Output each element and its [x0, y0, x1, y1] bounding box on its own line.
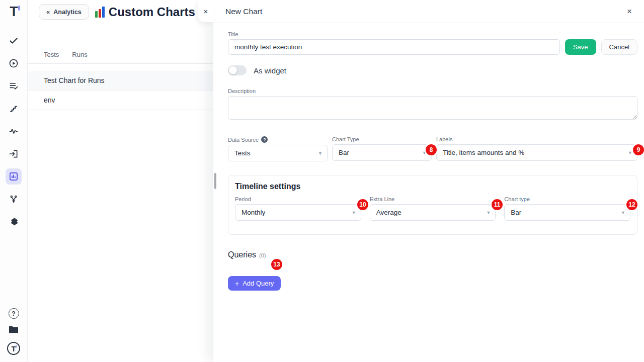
edge-close-icon: ×: [204, 7, 208, 16]
charts-tabs: Tests Runs: [28, 51, 213, 63]
chevron-down-icon: ▼: [318, 151, 323, 156]
chart-type-value: Bar: [339, 149, 349, 156]
pulse-activity-icon[interactable]: [6, 123, 22, 139]
tabs-divider: [28, 63, 213, 64]
new-chart-panel: × New Chart × Title Save Cancel As widge…: [213, 0, 644, 362]
tour-badge-9: 9: [633, 144, 644, 155]
charts-list: Test Chart for Runs env: [28, 71, 213, 110]
tour-badge-11: 11: [492, 199, 503, 210]
custom-charts-panel: « Analytics Custom Charts Tests Runs Tes…: [28, 0, 213, 362]
settings-gear-icon[interactable]: [6, 214, 22, 230]
scrollbar-thumb[interactable]: [214, 173, 216, 189]
timeline-chart-type-field: Chart type Bar ▼: [504, 196, 630, 221]
queries-count: (0): [259, 252, 266, 258]
rail-bottom: ? T: [7, 308, 20, 355]
app-logo[interactable]: T: [10, 5, 18, 19]
timeline-chart-type-value: Bar: [511, 209, 521, 216]
test-plans-icon[interactable]: [6, 78, 22, 94]
period-field: Period Monthly ▼: [235, 196, 361, 221]
labels-select[interactable]: Title, items amounts and % ▼: [436, 144, 637, 161]
icon-rail: T: [0, 0, 28, 362]
description-textarea[interactable]: [228, 96, 637, 120]
title-input[interactable]: [228, 39, 560, 55]
toggle-knob: [229, 66, 237, 74]
as-widget-toggle[interactable]: [228, 65, 247, 75]
save-button[interactable]: Save: [565, 39, 596, 55]
list-item-test-chart-for-runs[interactable]: Test Chart for Runs: [28, 71, 213, 90]
new-chart-title: New Chart: [225, 7, 262, 16]
cancel-button[interactable]: Cancel: [601, 39, 637, 55]
new-chart-body: Title Save Cancel As widget Description …: [213, 23, 644, 291]
chevron-down-icon: ▼: [621, 210, 625, 215]
page-title-text: Custom Charts: [109, 5, 195, 19]
queries-heading-row: Queries (0): [228, 250, 637, 259]
chevron-down-icon: ▼: [486, 210, 491, 215]
chart-type-select[interactable]: Bar ▼: [332, 144, 432, 161]
add-query-label: Add Query: [243, 280, 274, 287]
back-button-label: Analytics: [53, 9, 82, 16]
milestones-steps-icon[interactable]: [6, 101, 22, 117]
analytics-back-button[interactable]: « Analytics: [39, 4, 89, 20]
app-logo-letter: T: [10, 4, 18, 19]
chevron-down-icon: ▼: [352, 210, 356, 215]
tab-tests[interactable]: Tests: [44, 51, 59, 63]
branches-git-icon[interactable]: [6, 191, 22, 207]
add-query-button[interactable]: + Add Query: [228, 276, 281, 291]
extra-line-select[interactable]: Average ▼: [370, 204, 496, 221]
description-label: Description: [228, 88, 637, 94]
runs-play-icon[interactable]: [6, 55, 22, 71]
as-widget-label: As widget: [254, 66, 286, 75]
tour-badge-13: 13: [271, 259, 282, 270]
chart-type-field: Chart Type Bar ▼: [332, 136, 432, 161]
labels-label: Labels: [436, 136, 637, 142]
timeline-chart-type-select[interactable]: Bar ▼: [504, 204, 630, 221]
data-source-label-row: Data Source ?: [228, 136, 328, 143]
back-chevron-icon: «: [46, 8, 50, 16]
period-select[interactable]: Monthly ▼: [235, 204, 361, 221]
help-icon[interactable]: ?: [9, 308, 19, 319]
page-title: Custom Charts: [95, 5, 195, 19]
tests-check-icon[interactable]: [6, 33, 22, 49]
data-source-value: Tests: [234, 149, 251, 157]
list-item-env[interactable]: env: [28, 90, 213, 110]
account-logo-icon[interactable]: T: [7, 342, 20, 355]
custom-charts-header: « Analytics Custom Charts: [28, 0, 213, 20]
title-label: Title: [228, 31, 637, 37]
app-logo-tick: [18, 6, 20, 11]
panel-edge-close-button[interactable]: ×: [198, 0, 213, 22]
tour-badge-12: 12: [626, 199, 637, 210]
period-label: Period: [235, 196, 361, 202]
close-icon[interactable]: ×: [627, 7, 632, 16]
data-source-label: Data Source: [228, 137, 259, 143]
extra-line-field: Extra Line Average ▼: [370, 196, 496, 221]
app-root: T: [0, 0, 644, 362]
tab-runs[interactable]: Runs: [72, 51, 87, 63]
data-source-help-icon[interactable]: ?: [261, 136, 268, 143]
labels-field: Labels Title, items amounts and % ▼: [436, 136, 637, 161]
timeline-settings-row: Period Monthly ▼ Extra Line Average ▼: [235, 196, 630, 221]
timeline-settings-card: Timeline settings Period Monthly ▼ Extra…: [228, 175, 637, 235]
import-sign-in-icon[interactable]: [6, 146, 22, 162]
chart-type-label: Chart Type: [332, 136, 432, 142]
data-source-select[interactable]: Tests ▼: [228, 145, 328, 161]
analytics-bar-chart-icon[interactable]: [6, 168, 22, 185]
tour-badge-10: 10: [357, 199, 368, 210]
chevron-down-icon: ▼: [628, 150, 632, 155]
title-row: Save Cancel: [228, 39, 637, 55]
period-value: Monthly: [242, 209, 265, 216]
new-chart-header: New Chart ×: [213, 0, 644, 23]
tour-badge-8: 8: [426, 144, 437, 155]
description-block: Description: [228, 88, 637, 122]
timeline-chart-type-label: Chart type: [504, 196, 630, 202]
help-glyph: ?: [12, 310, 15, 317]
extra-line-value: Average: [376, 209, 401, 216]
labels-value: Title, items amounts and %: [443, 149, 524, 156]
queries-heading: Queries: [228, 250, 256, 259]
as-widget-row: As widget: [228, 65, 637, 75]
data-source-field: Data Source ? Tests ▼: [228, 136, 328, 161]
bar-chart-emoji-icon: [95, 7, 105, 18]
plus-icon: +: [235, 280, 239, 288]
extra-line-label: Extra Line: [370, 196, 496, 202]
timeline-settings-heading: Timeline settings: [235, 182, 630, 191]
docs-book-icon[interactable]: [8, 325, 19, 336]
